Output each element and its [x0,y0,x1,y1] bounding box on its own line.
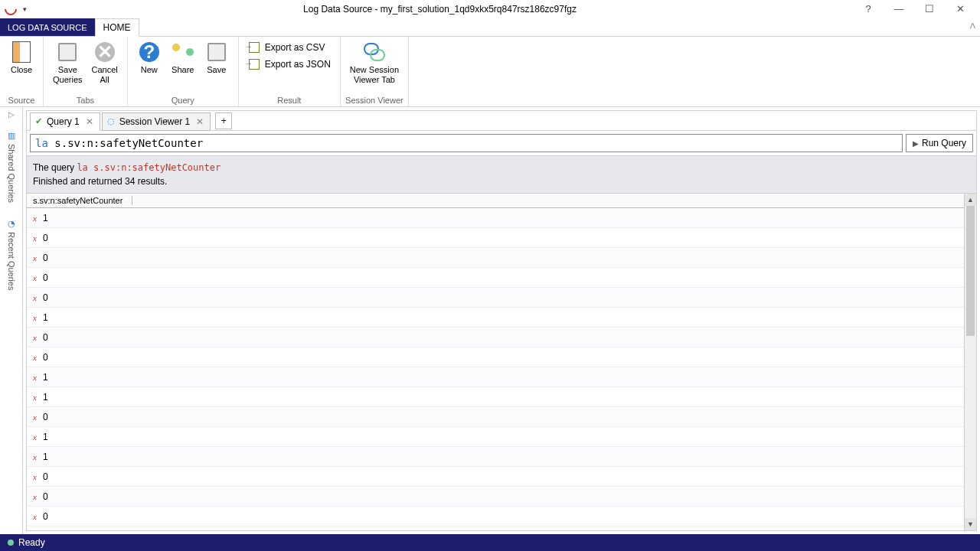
cancel-all-button[interactable]: ✕ Cancel All [87,38,122,86]
result-value: 1 [43,452,48,462]
help-button[interactable]: ? [853,0,884,18]
save-icon [55,40,80,64]
result-value: 0 [43,511,48,522]
maximize-button[interactable]: ☐ [914,0,945,18]
scroll-thumb[interactable] [966,206,975,336]
result-value: 1 [43,213,48,223]
result-value: 1 [43,392,48,403]
titlebar: ▾ Log Data Source - my_first_solution_1q… [0,0,980,18]
tab-home[interactable]: HOME [95,18,139,37]
close-button[interactable]: Close [5,38,38,77]
numeric-type-icon: x [33,353,37,362]
save-icon [204,40,229,64]
side-tab-shared-queries[interactable]: ▥ Shared Queries [5,126,18,207]
numeric-type-icon: x [33,393,37,402]
ribbon-tab-strip: LOG DATA SOURCE HOME ᐱ [0,18,980,37]
result-value: 0 [43,352,48,363]
result-value: 0 [43,332,48,343]
result-value: 0 [43,292,48,303]
run-query-button[interactable]: ▶Run Query [906,134,973,152]
side-tab-recent-queries[interactable]: ◔ Recent Queries [5,214,18,294]
ribbon-group-session-viewer: New Session Viewer Tab Session Viewer [341,37,409,106]
main-area: ✔ Query 1 ✕ ◌ Session Viewer 1 ✕ + la s.… [26,110,977,531]
close-window-button[interactable]: ✕ [945,0,975,18]
tab-query-1[interactable]: ✔ Query 1 ✕ [30,112,100,131]
new-session-viewer-button[interactable]: New Session Viewer Tab [345,38,403,86]
result-row[interactable]: x0 [27,328,964,347]
side-panel-toggle[interactable]: ▷ [8,110,15,119]
result-value: 1 [43,432,48,442]
numeric-type-icon: x [33,333,37,342]
export-icon [248,41,260,54]
save-query-button[interactable]: Save [200,38,234,77]
result-row[interactable]: x1 [27,387,964,407]
query-status-banner: The query la s.sv:n:safetyNetCounter Fin… [27,156,976,194]
results-area: s.sv:n:safetyNetCounter x1x0x0x0x0x1x0x0… [27,194,976,530]
result-row[interactable]: x1 [27,308,964,328]
status-bar: Ready [0,534,980,551]
numeric-type-icon: x [33,214,37,223]
result-value: 1 [43,372,48,383]
result-row[interactable]: x0 [27,268,964,288]
numeric-type-icon: x [33,512,37,521]
query-bar: la s.sv:n:safetyNetCounter ▶Run Query [27,131,976,156]
query-input[interactable]: la s.sv:n:safetyNetCounter [30,134,903,152]
minimize-button[interactable]: ― [884,0,914,18]
status-dot-icon [8,540,14,546]
result-row[interactable]: x0 [27,288,964,308]
numeric-type-icon: x [33,293,37,302]
ribbon-group-result: Export as CSV Export as JSON Result [239,37,341,106]
result-value: 0 [43,471,48,482]
add-tab-button[interactable]: + [215,112,232,129]
result-row[interactable]: x0 [27,467,964,487]
numeric-type-icon: x [33,313,37,322]
session-viewer-icon [362,40,387,64]
tab-session-viewer-1[interactable]: ◌ Session Viewer 1 ✕ [102,112,211,131]
app-icon [2,0,20,18]
main-body: ▷ ▥ Shared Queries ◔ Recent Queries ✔ Qu… [0,107,980,534]
result-row[interactable]: x1 [27,208,964,228]
result-row[interactable]: x1 [27,367,964,387]
export-json-button[interactable]: Export as JSON [248,58,331,70]
numeric-type-icon: x [33,492,37,501]
side-panel: ▷ ▥ Shared Queries ◔ Recent Queries [0,107,23,534]
ribbon-group-query: ? New Share Save Query [128,37,239,106]
scroll-down-icon[interactable]: ▼ [965,518,976,530]
ribbon-group-tabs: Save Queries ✕ Cancel All Tabs [44,37,128,106]
result-row[interactable]: x0 [27,347,964,367]
check-icon: ✔ [35,116,42,126]
numeric-type-icon: x [33,233,37,243]
numeric-type-icon: x [33,412,37,422]
result-value: 0 [43,491,48,502]
door-icon [9,40,34,64]
result-row[interactable]: x1 [27,427,964,447]
close-tab-icon[interactable]: ✕ [194,116,205,127]
save-queries-button[interactable]: Save Queries [48,38,87,86]
numeric-type-icon: x [33,273,37,282]
numeric-type-icon: x [33,432,37,442]
document-icon: ▥ [6,130,17,141]
share-icon [171,40,195,64]
ribbon-group-source: Close Source [0,37,44,106]
vertical-scrollbar[interactable]: ▲ ▼ [964,194,976,530]
status-text: Ready [18,537,45,548]
export-icon [248,58,260,70]
share-button[interactable]: Share [166,38,200,77]
result-row[interactable]: x0 [27,407,964,427]
clock-icon: ◔ [6,218,17,229]
result-row[interactable]: x0 [27,228,964,248]
result-row[interactable]: x1 [27,447,964,467]
column-header[interactable]: s.sv:n:safetyNetCounter [27,194,964,208]
scroll-up-icon[interactable]: ▲ [965,194,976,206]
close-tab-icon[interactable]: ✕ [84,116,95,127]
new-query-button[interactable]: ? New [132,38,166,77]
context-tab-log-data-source[interactable]: LOG DATA SOURCE [0,18,95,36]
result-value: 1 [43,312,48,323]
ribbon-collapse-icon[interactable]: ᐱ [970,21,975,30]
result-row[interactable]: x0 [27,487,964,507]
new-icon: ? [137,40,162,64]
numeric-type-icon: x [33,472,37,481]
export-csv-button[interactable]: Export as CSV [248,41,331,54]
result-row[interactable]: x0 [27,507,964,527]
result-row[interactable]: x0 [27,248,964,268]
